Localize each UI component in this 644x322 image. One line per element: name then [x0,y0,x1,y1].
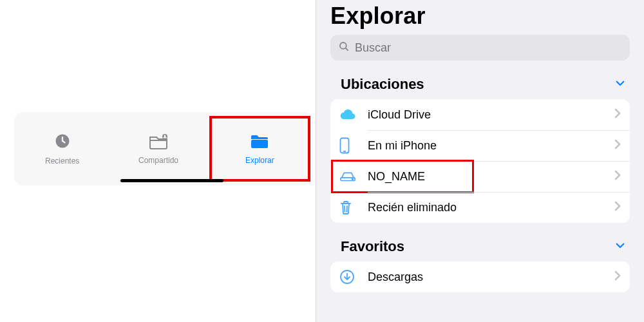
search-input[interactable] [355,41,622,55]
tab-browse[interactable]: Explorar [209,116,310,182]
section-header-locations[interactable]: Ubicaciones [330,61,630,99]
svg-rect-3 [251,140,268,148]
section-title: Ubicaciones [341,76,424,93]
chevron-right-icon [614,170,621,183]
row-icloud-drive[interactable]: iCloud Drive [330,99,630,130]
chevron-right-icon [614,270,621,283]
browse-pane: Explorar Ubicaciones iCloud Drive En m [316,0,644,322]
tab-bar: Recientes Compartido Expl [14,112,313,185]
clock-icon [53,132,71,153]
section-header-favorites[interactable]: Favoritos [330,223,630,261]
svg-line-5 [345,48,348,50]
row-label: NO_NAME [368,170,614,184]
svg-rect-6 [341,138,349,153]
tab-label: Compartido [138,156,178,165]
row-label: Recién eliminado [368,201,614,214]
chevron-down-icon [614,240,626,254]
cloud-icon [339,108,368,121]
svg-point-9 [352,178,354,180]
page-title: Explorar [330,0,630,35]
row-label: iCloud Drive [368,108,614,122]
iphone-icon [339,137,368,154]
svg-line-10 [345,206,345,212]
row-label: En mi iPhone [368,139,614,153]
chevron-down-icon [614,77,626,91]
svg-line-11 [347,206,348,212]
locations-list: iCloud Drive En mi iPhone NO_NAME [330,99,630,223]
home-indicator [120,179,223,182]
chevron-right-icon [614,139,621,152]
row-recently-deleted[interactable]: Recién eliminado [330,192,630,223]
row-label: Descargas [368,270,614,284]
row-external-drive[interactable]: NO_NAME [330,161,630,192]
favorites-list: Descargas [330,261,630,292]
search-icon [338,41,350,55]
left-pane: Recientes Compartido Expl [0,0,316,322]
tab-label: Explorar [245,156,274,165]
folder-shared-icon [149,133,168,152]
row-downloads[interactable]: Descargas [330,261,630,292]
search-field[interactable] [330,35,630,61]
tab-recent[interactable]: Recientes [14,112,110,185]
svg-point-2 [164,135,166,137]
tab-shared[interactable]: Compartido [110,112,206,185]
section-title: Favoritos [341,238,404,255]
download-icon [339,269,368,285]
tab-label: Recientes [45,156,79,166]
chevron-right-icon [614,108,621,121]
trash-icon [339,200,368,215]
row-on-my-iphone[interactable]: En mi iPhone [330,130,630,161]
disk-icon [339,171,368,182]
chevron-right-icon [614,201,621,214]
folder-icon [250,133,269,152]
